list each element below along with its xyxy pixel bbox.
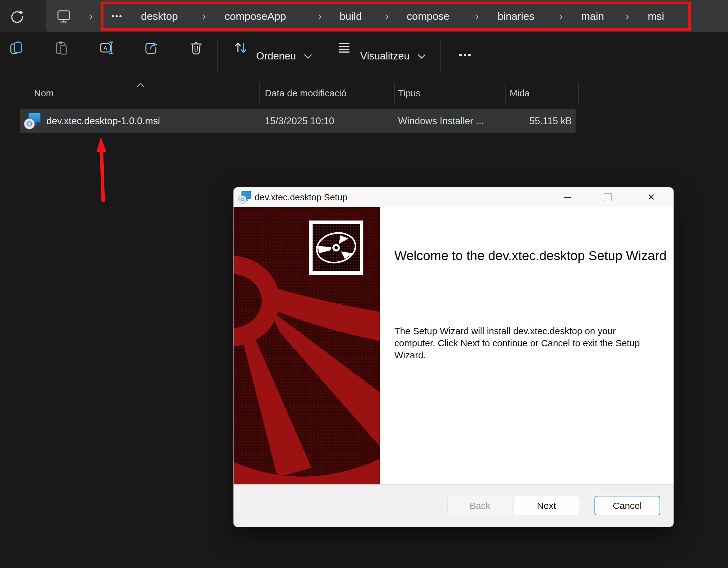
delete-button[interactable] [189,41,203,55]
column-header-modified[interactable]: Data de modificació [265,80,346,107]
file-modified-date: 15/3/2025 10:10 [265,109,334,133]
share-icon [144,41,158,55]
breadcrumb-item-composeapp[interactable]: composeApp [225,0,286,32]
breadcrumb-item-main[interactable]: main [581,0,604,32]
chevron-right-icon: › [559,0,563,32]
breadcrumb-item-compose[interactable]: compose [407,0,450,32]
rename-icon: A [99,41,113,55]
setup-wizard-dialog: dev.xtec.desktop Setup ✕ [233,187,674,527]
back-button[interactable]: Back [447,496,512,515]
column-divider[interactable] [259,82,260,104]
breadcrumb-item-binaries[interactable]: binaries [498,0,534,32]
minimize-icon [564,197,571,198]
file-row-msi[interactable]: dev.xtec.desktop-1.0.0.msi 15/3/2025 10:… [20,109,576,133]
sort-ascending-caret-icon [136,83,145,91]
chevron-right-icon: › [318,0,322,32]
close-icon: ✕ [647,193,655,202]
chevron-right-icon: › [385,0,389,32]
next-button[interactable]: Next [514,496,579,515]
column-divider[interactable] [394,82,395,104]
wizard-heading: Welcome to the dev.xtec.desktop Setup Wi… [394,247,667,265]
chevron-down-icon [304,51,312,59]
toolbar-divider [217,39,218,73]
toolbar-divider [440,39,441,73]
cd-icon [309,221,363,275]
chevron-down-icon [418,51,425,59]
address-bar[interactable]: › ••• desktop › composeApp › build › com… [46,0,728,32]
refresh-button[interactable] [7,7,25,25]
paste-button[interactable] [54,41,68,55]
paste-icon [54,41,68,55]
cancel-button[interactable]: Cancel [594,496,660,515]
dialog-content: Welcome to the dev.xtec.desktop Setup Wi… [234,207,673,484]
breadcrumb-item-desktop[interactable]: desktop [141,0,178,32]
more-options-button[interactable]: ••• [452,32,480,80]
maximize-icon [604,193,612,201]
chevron-right-icon: › [626,0,629,32]
refresh-icon [8,8,23,24]
close-button[interactable]: ✕ [641,187,661,207]
top-bar: › ••• desktop › composeApp › build › com… [0,0,728,32]
rename-button[interactable]: A [99,41,113,55]
file-name: dev.xtec.desktop-1.0.0.msi [46,109,160,133]
breadcrumb-item-build[interactable]: build [340,0,362,32]
copy-button[interactable] [9,41,24,55]
list-header-row: Nom Data de modificació Tipus Mida [0,80,728,107]
column-header-type[interactable]: Tipus [398,80,420,107]
sort-dropdown[interactable]: Ordeneu [256,32,296,80]
dialog-title-bar[interactable]: dev.xtec.desktop Setup ✕ [234,187,673,207]
delete-icon [189,41,203,55]
msi-file-icon [24,112,42,130]
maximize-button[interactable] [598,187,618,207]
column-header-size[interactable]: Mida [510,80,530,107]
chevron-right-icon: › [202,0,206,32]
msi-file-icon [238,191,252,204]
installer-banner-image [234,207,380,484]
this-pc-monitor-icon[interactable] [56,9,71,24]
minimize-button[interactable] [558,187,577,207]
command-toolbar: A Ordeneu [0,32,728,80]
wizard-description: The Setup Wizard will install dev.xtec.d… [394,325,642,361]
view-dropdown[interactable]: Visualitzeu [360,32,410,80]
dialog-footer: Back Next Cancel [234,484,673,527]
file-size: 55.115 kB [529,109,572,133]
breadcrumb-overflow-button[interactable]: ••• [112,0,123,32]
copy-icon [9,41,24,55]
red-arrow-annotation [93,134,112,204]
view-icon [337,41,351,55]
share-button[interactable] [144,41,158,55]
column-divider[interactable] [505,82,506,104]
svg-text:A: A [103,45,107,51]
breadcrumb-item-msi[interactable]: msi [648,0,664,32]
dialog-title: dev.xtec.desktop Setup [255,187,347,207]
column-header-name[interactable]: Nom [34,80,54,107]
column-divider[interactable] [578,82,579,104]
file-type: Windows Installer ... [398,109,484,133]
chevron-right-icon: › [476,0,479,32]
chevron-right-icon: › [89,0,93,32]
sort-icon [234,41,248,55]
